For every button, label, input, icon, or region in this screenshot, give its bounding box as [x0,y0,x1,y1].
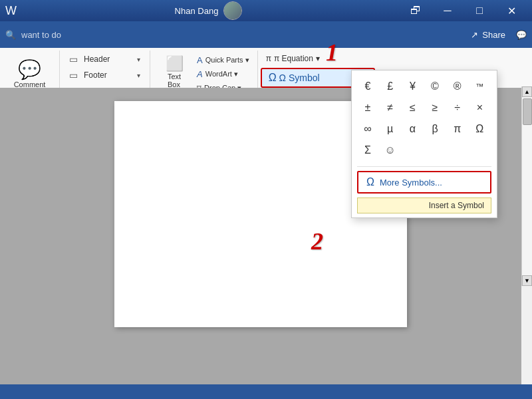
symbol-times[interactable]: × [469,97,490,118]
share-button[interactable]: ↗ Share [471,30,505,40]
footer-arrow-icon: ▾ [137,72,140,79]
scrollbar-thumb[interactable] [523,98,532,125]
more-symbols-label: More Symbols... [380,178,442,188]
scrollbar-vertical[interactable]: ▲ ▼ [521,86,532,286]
equation-arrow-icon: ▾ [316,54,320,63]
comment-icon-header: 💬 [516,30,527,40]
ribbon-search-bar: 🔍 want to do ↗ Share 💬 [0,21,532,48]
username-label: Nhan Dang [175,6,219,16]
comment-big-icon: 💬 [18,59,41,80]
close-button[interactable]: ✕ [496,1,527,20]
search-text: want to do [21,30,61,40]
symbol-infinity[interactable]: ∞ [357,118,378,140]
quick-parts-label: Quick Parts ▾ [205,56,249,65]
footer-label: Footer [84,70,107,80]
share-icon: ↗ [471,30,478,40]
scrollbar-track [522,97,532,275]
wordart-label: WordArt ▾ [205,70,238,78]
symbol-pi[interactable]: π [447,118,468,140]
symbol-omega[interactable]: Ω [469,118,490,140]
wordart-button[interactable]: A WordArt ▾ [194,67,252,80]
title-bar: W Nhan Dang 🗗 ─ □ ✕ [0,0,532,21]
symbol-sigma[interactable]: Σ [357,140,378,161]
scrollbar-up-button[interactable]: ▲ [522,86,532,97]
pi-icon: π [266,54,271,63]
header-button[interactable]: ▭ Header ▾ [65,52,144,66]
header-icon: ▭ [69,54,80,65]
textbox-label: TextBox [168,72,181,88]
wordart-icon: A [197,69,203,79]
user-avatar [223,1,242,20]
word-logo-icon: W [5,4,17,18]
minimize-button[interactable]: ─ [432,1,463,20]
share-label: Share [482,30,505,40]
symbol-smiley[interactable]: ☺ [380,140,401,161]
comment-label: Comment [14,80,46,88]
scrollbar-down-button[interactable]: ▼ [522,275,532,286]
tooltip-text: Insert a Symbol [429,201,484,210]
symbol-alpha[interactable]: α [402,118,423,140]
footer-button[interactable]: ▭ Footer ▾ [65,68,144,82]
comment-button[interactable]: 💬 Comment [9,53,51,93]
symbol-euro[interactable]: € [357,76,378,97]
equation-label: π Equation [274,54,313,63]
symbol-tooltip: Insert a Symbol [357,198,491,213]
quick-parts-icon: A [197,55,203,65]
more-symbols-omega-icon: Ω [366,176,374,188]
symbol-pound[interactable]: £ [380,76,401,97]
more-symbols-button[interactable]: Ω More Symbols... [357,171,491,194]
title-bar-left: W [5,4,17,18]
omega-icon: Ω [269,72,277,84]
symbol-grid: € £ ¥ © ® ™ ± ≠ ≤ ≥ ÷ × ∞ µ α β π Ω Σ ☺ [352,70,497,166]
restore-button[interactable]: 🗗 [400,1,431,20]
textbox-icon: ⬜ [166,55,184,72]
header-arrow-icon: ▾ [137,56,140,63]
symbol-notequal[interactable]: ≠ [380,97,401,118]
footer-icon: ▭ [69,70,80,80]
text-box-button[interactable]: ⬜ TextBox [156,52,193,92]
search-icon: 🔍 [5,30,16,40]
symbol-plusminus[interactable]: ± [357,97,378,118]
header-label: Header [84,55,110,64]
symbol-dropdown-panel: € £ ¥ © ® ™ ± ≠ ≤ ≥ ÷ × ∞ µ α β π Ω Σ ☺ … [351,70,497,218]
step-1-label: 1 [326,39,338,66]
step-2-label: 2 [311,227,323,255]
symbol-tm[interactable]: ™ [469,76,490,97]
symbol-leq[interactable]: ≤ [402,97,423,118]
title-bar-controls: 🗗 ─ □ ✕ [400,1,527,20]
symbol-div[interactable]: ÷ [447,97,468,118]
quick-parts-button[interactable]: A Quick Parts ▾ [194,53,252,66]
symbol-registered[interactable]: ® [447,76,468,97]
symbol-copyright[interactable]: © [424,76,446,97]
symbol-beta[interactable]: β [424,118,446,140]
symbol-yen[interactable]: ¥ [402,76,423,97]
equation-button[interactable]: π π Equation ▾ [261,52,375,65]
symbol-mu[interactable]: µ [380,118,401,140]
maximize-button[interactable]: □ [464,1,495,20]
symbol-divider [357,166,491,167]
symbol-label: Ω Symbol [279,72,320,83]
title-bar-center: Nhan Dang [175,1,243,20]
status-bar [0,384,532,399]
symbol-geq[interactable]: ≥ [424,97,446,118]
